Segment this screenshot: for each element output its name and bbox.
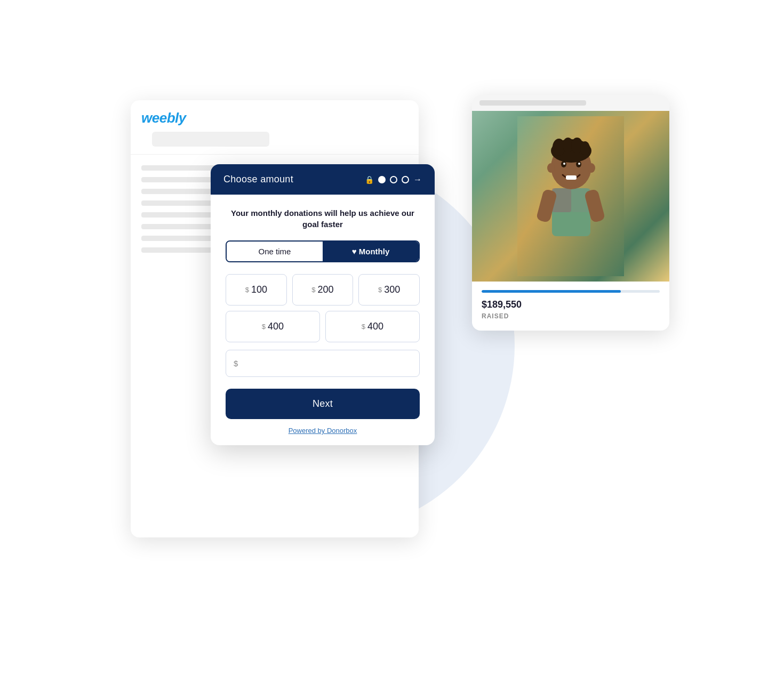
amount-200-value: 200	[318, 284, 334, 295]
frequency-toggle: One time ♥ Monthly	[226, 240, 420, 262]
amount-100-value: 100	[251, 284, 267, 295]
currency-symbol: $	[262, 323, 266, 331]
donation-header: Choose amount 🔒 →	[211, 164, 435, 195]
donation-subtitle: Your monthly donations will help us achi…	[226, 207, 420, 230]
amounts-grid: $ 100 $ 200 $ 300	[226, 274, 420, 306]
currency-symbol: $	[362, 323, 365, 331]
progress-bar-track	[482, 290, 660, 293]
weebly-header: weebly	[131, 100, 419, 155]
step-dot-3	[402, 176, 409, 183]
browser-address-bar	[479, 100, 586, 106]
progress-bar-fill	[482, 290, 621, 293]
weebly-logo-text: weebly	[141, 110, 186, 126]
raised-label: RAISED	[482, 312, 660, 320]
arrow-right-icon: →	[413, 175, 422, 184]
scene: weebly Choose amount 🔒 →	[99, 79, 685, 612]
amount-400b-value: 400	[367, 321, 383, 332]
donation-card: Choose amount 🔒 → Your monthly donations…	[211, 164, 435, 445]
amounts-row2: $ 400 $ 400	[226, 311, 420, 342]
svg-rect-17	[566, 175, 577, 180]
amount-400a-button[interactable]: $ 400	[226, 311, 320, 342]
amount-100-button[interactable]: $ 100	[226, 274, 287, 306]
currency-symbol: $	[378, 286, 382, 294]
donation-header-title: Choose amount	[223, 174, 293, 185]
one-time-button[interactable]: One time	[227, 242, 323, 261]
fundraiser-info: $189,550 RAISED	[472, 282, 669, 331]
amount-300-button[interactable]: $ 300	[358, 274, 420, 306]
weebly-search-bar	[152, 132, 269, 147]
monthly-button[interactable]: ♥ Monthly	[323, 242, 419, 261]
custom-currency-symbol: $	[234, 359, 238, 368]
amount-400a-value: 400	[268, 321, 284, 332]
svg-point-10	[580, 141, 590, 155]
svg-point-16	[578, 163, 580, 165]
custom-amount-input[interactable]	[241, 359, 412, 368]
currency-symbol: $	[311, 286, 315, 294]
powered-by-link[interactable]: Powered by Donorbox	[226, 427, 420, 435]
fundraiser-browser-bar	[472, 95, 669, 111]
currency-symbol: $	[245, 286, 249, 294]
svg-point-11	[547, 163, 555, 173]
donation-header-icons: 🔒 →	[365, 175, 422, 184]
svg-point-12	[588, 163, 595, 173]
amount-200-button[interactable]: $ 200	[292, 274, 354, 306]
fundraiser-card: $189,550 RAISED	[472, 95, 669, 331]
fundraiser-image	[472, 111, 669, 282]
amount-400b-button[interactable]: $ 400	[325, 311, 420, 342]
donation-body: Your monthly donations will help us achi…	[211, 195, 435, 445]
step-dot-2	[390, 176, 397, 183]
weebly-logo: weebly	[141, 110, 408, 126]
boy-illustration	[517, 116, 624, 276]
next-button[interactable]: Next	[226, 389, 420, 419]
custom-amount-field: $	[226, 350, 420, 377]
step-dot-1	[378, 176, 386, 183]
svg-point-15	[563, 163, 565, 165]
lock-icon: 🔒	[365, 175, 374, 184]
amount-300-value: 300	[384, 284, 400, 295]
raised-amount: $189,550	[482, 299, 660, 310]
